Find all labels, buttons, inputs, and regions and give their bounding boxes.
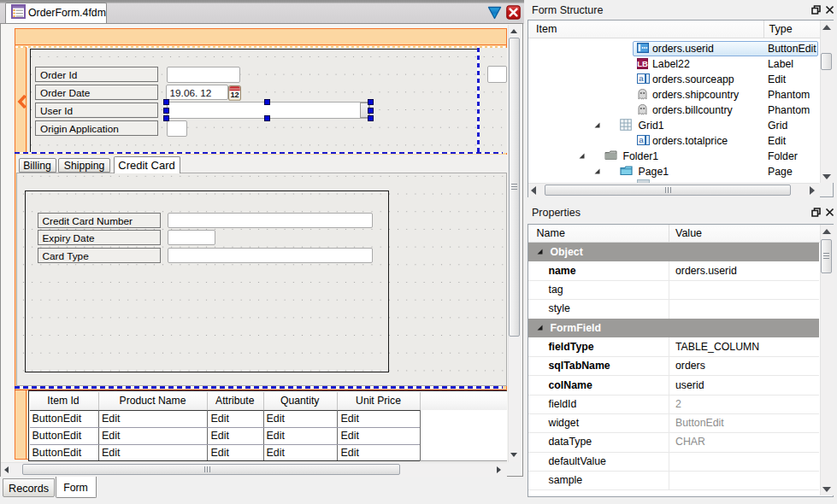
- svg-text:a: a: [639, 135, 644, 144]
- svg-text:12: 12: [230, 91, 239, 99]
- svg-text:a: a: [639, 73, 644, 83]
- svg-text:LB: LB: [637, 59, 648, 68]
